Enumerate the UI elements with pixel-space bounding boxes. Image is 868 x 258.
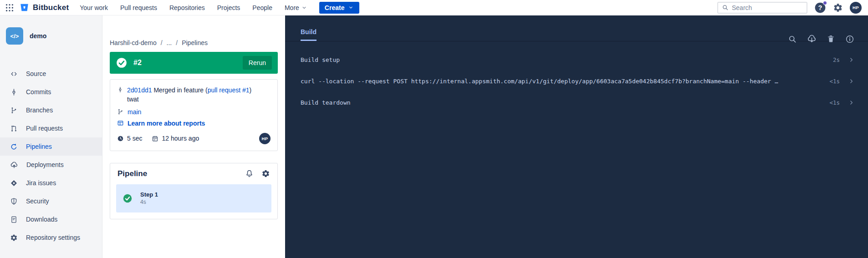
run-status-banner: #2 Rerun <box>110 52 278 74</box>
pipeline-steps-card: Pipeline Step 1 4s <box>110 163 278 219</box>
shield-icon <box>10 197 18 205</box>
cloud-upload-icon <box>10 161 18 169</box>
pipelines-icon <box>10 143 18 151</box>
help-button[interactable] <box>814 2 826 14</box>
chevron-down-icon <box>348 5 354 10</box>
build-log-panel: Build Build setup 2s curl --location --r… <box>285 15 868 258</box>
sidebar-item-security[interactable]: Security <box>0 192 102 210</box>
pipeline-step-row[interactable]: Step 1 4s <box>116 184 271 212</box>
download-log-icon[interactable] <box>807 34 817 44</box>
rerun-button[interactable]: Rerun <box>243 56 272 70</box>
calendar-icon <box>152 135 158 142</box>
search-icon[interactable] <box>788 35 797 44</box>
breadcrumb-collapsed[interactable]: ... <box>167 39 172 46</box>
log-row-curl-command[interactable]: curl --location --request POST https://i… <box>285 71 868 92</box>
repo-avatar: </> <box>6 27 23 45</box>
sidebar-item-repository-settings[interactable]: Repository settings <box>0 228 102 247</box>
branch-icon <box>117 108 124 115</box>
nav-projects[interactable]: Projects <box>217 4 240 11</box>
pipeline-section-title: Pipeline <box>117 169 147 178</box>
settings-gear-icon[interactable] <box>833 3 843 13</box>
branch-link[interactable]: main <box>128 108 141 116</box>
app-switcher-icon[interactable] <box>5 3 15 13</box>
log-toolbar <box>788 34 854 44</box>
commit-card: 2d01dd1 Merged in feature (pull request … <box>110 79 278 151</box>
repo-sidebar: </> demo Source Commits Branches Pull re… <box>0 15 102 258</box>
brand-name: Bitbucket <box>33 3 69 12</box>
log-row-duration: <1s <box>829 78 840 85</box>
pull-request-icon <box>10 125 18 132</box>
breadcrumb: Harshil-cd-demo / ... / Pipelines <box>110 39 278 46</box>
repo-header[interactable]: </> demo <box>0 15 102 47</box>
notification-dot <box>823 1 827 5</box>
clock-icon <box>117 135 124 142</box>
log-row-duration: 2s <box>833 56 840 63</box>
primary-nav: Your work Pull requests Repositories Pro… <box>80 4 307 11</box>
log-tab-bar: Build <box>285 15 868 41</box>
chevron-down-icon <box>301 5 307 11</box>
bitbucket-logo[interactable]: Bitbucket <box>19 2 69 13</box>
code-icon <box>10 70 18 78</box>
chevron-right-icon <box>848 57 854 63</box>
create-button[interactable]: Create <box>319 2 360 14</box>
commit-message: 2d01dd1 Merged in feature (pull request … <box>127 86 251 95</box>
commit-icon <box>10 88 18 96</box>
sidebar-item-deployments[interactable]: Deployments <box>0 156 102 174</box>
nav-your-work[interactable]: Your work <box>80 4 108 11</box>
success-check-icon <box>116 57 128 69</box>
log-row-build-setup[interactable]: Build setup 2s <box>285 49 868 71</box>
info-icon[interactable] <box>845 35 854 44</box>
run-time-ago: 12 hours ago <box>162 135 199 142</box>
sidebar-item-pipelines[interactable]: Pipelines <box>0 137 102 156</box>
sidebar-nav: Source Commits Branches Pull requests Pi… <box>0 65 102 247</box>
sidebar-item-downloads[interactable]: Downloads <box>0 210 102 228</box>
sidebar-item-pull-requests[interactable]: Pull requests <box>0 119 102 137</box>
search-icon <box>722 4 729 11</box>
nav-repositories[interactable]: Repositories <box>169 4 205 11</box>
run-duration: 5 sec <box>127 135 142 142</box>
repo-name: demo <box>30 32 46 40</box>
step-success-check-icon <box>123 193 133 203</box>
step-name: Step 1 <box>140 191 158 198</box>
run-number: #2 <box>133 59 142 67</box>
commit-icon <box>117 86 123 95</box>
pull-request-link[interactable]: pull request #1 <box>208 86 250 94</box>
pipeline-summary-panel: Harshil-cd-demo / ... / Pipelines #2 Rer… <box>102 15 285 258</box>
trash-icon[interactable] <box>827 35 835 43</box>
commit-description: twat <box>117 95 271 104</box>
log-row-build-teardown[interactable]: Build teardown <1s <box>285 92 868 113</box>
step-duration: 4s <box>140 199 158 205</box>
bell-icon[interactable] <box>245 169 254 178</box>
jira-diamond-icon <box>10 179 18 187</box>
global-search[interactable] <box>717 2 807 14</box>
nav-pull-requests[interactable]: Pull requests <box>120 4 157 11</box>
nav-people[interactable]: People <box>252 4 272 11</box>
log-row-duration: <1s <box>829 99 840 106</box>
sidebar-item-jira-issues[interactable]: Jira issues <box>0 174 102 192</box>
sidebar-item-source[interactable]: Source <box>0 65 102 83</box>
sidebar-item-commits[interactable]: Commits <box>0 83 102 101</box>
user-avatar[interactable]: HP <box>850 2 862 14</box>
chevron-right-icon <box>848 78 854 84</box>
top-nav: Bitbucket Your work Pull requests Reposi… <box>0 0 868 15</box>
nav-more[interactable]: More <box>285 4 307 11</box>
run-author-avatar[interactable]: HP <box>259 133 271 144</box>
branch-icon <box>10 106 18 114</box>
gear-icon <box>10 234 18 242</box>
sidebar-item-branches[interactable]: Branches <box>0 101 102 119</box>
log-row-list: Build setup 2s curl --location --request… <box>285 49 868 113</box>
search-input[interactable] <box>732 4 803 11</box>
gear-icon[interactable] <box>261 169 270 178</box>
document-icon <box>10 216 18 223</box>
breadcrumb-current[interactable]: Pipelines <box>182 39 208 46</box>
chevron-right-icon <box>848 100 854 106</box>
reports-link[interactable]: Learn more about reports <box>128 120 205 127</box>
tab-build[interactable]: Build <box>301 28 317 41</box>
reports-icon <box>117 120 124 126</box>
commit-hash-link[interactable]: 2d01dd1 <box>127 86 152 94</box>
breadcrumb-repo[interactable]: Harshil-cd-demo <box>110 39 157 46</box>
bitbucket-mark-icon <box>19 2 30 13</box>
